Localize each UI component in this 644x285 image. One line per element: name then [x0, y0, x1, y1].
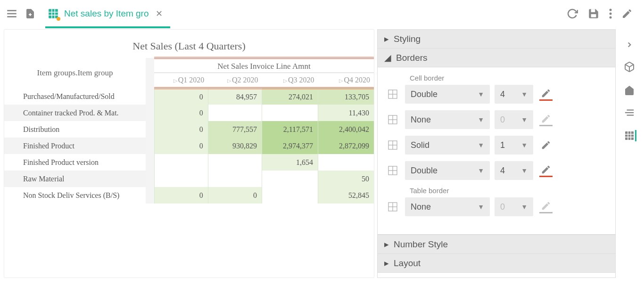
data-cell[interactable]	[154, 154, 208, 171]
svg-rect-8	[591, 9, 595, 12]
border-color-btn	[538, 201, 554, 213]
row-label[interactable]: Purchased/Manufactured/Sold	[4, 88, 146, 105]
border-side-icon[interactable]	[387, 114, 400, 125]
save-icon[interactable]	[587, 8, 600, 20]
border-color-btn[interactable]	[538, 140, 554, 150]
border-side-icon[interactable]	[387, 139, 400, 151]
border-row: None▼0▼	[387, 197, 606, 216]
data-cell[interactable]: 777,557	[208, 121, 262, 138]
caret-down-icon: ◢	[384, 52, 391, 63]
row-label[interactable]: Container tracked Prod. & Mat.	[4, 105, 146, 121]
data-cell[interactable]: 1,654	[262, 154, 318, 171]
grid-icon[interactable]	[622, 130, 636, 141]
borders-body: Cell border Double▼4▼None▼0▼Solid▼1▼Doub…	[377, 67, 616, 235]
table-icon	[47, 8, 59, 20]
new-file-icon[interactable]	[25, 7, 36, 20]
data-cell[interactable]: 0	[154, 121, 208, 138]
border-color-btn[interactable]	[538, 164, 554, 177]
data-cell[interactable]: 52,845	[318, 187, 374, 204]
accordion-number-style[interactable]: ▸ Number Style	[377, 235, 616, 254]
data-cell[interactable]: 11,430	[318, 105, 374, 121]
col-group-label: Net Sales Invoice Line Amnt	[154, 58, 374, 73]
tab-title: Net sales by Item gro	[64, 8, 149, 19]
svg-rect-9	[591, 14, 596, 17]
row-label[interactable]: Finished Product version	[4, 154, 146, 171]
row-label[interactable]: Distribution	[4, 121, 146, 138]
hamburger-icon[interactable]	[6, 8, 18, 20]
svg-point-12	[610, 16, 612, 19]
data-cell[interactable]: 0	[154, 138, 208, 154]
data-cell[interactable]	[318, 154, 374, 171]
right-rail	[619, 29, 640, 278]
quarter-header[interactable]: ▷Q2 2020	[208, 73, 262, 89]
cube-icon[interactable]	[624, 61, 635, 73]
data-cell[interactable]	[154, 171, 208, 187]
chevron-right-icon[interactable]	[625, 41, 634, 49]
edit-icon[interactable]	[621, 8, 633, 19]
data-cell[interactable]	[208, 154, 262, 171]
border-size-select: 0▼	[495, 197, 533, 216]
close-tab-icon[interactable]: ✕	[154, 8, 165, 19]
data-cell[interactable]: 274,021	[262, 88, 318, 105]
paragraph-icon[interactable]	[624, 108, 635, 118]
border-color-btn[interactable]	[538, 88, 554, 101]
svg-rect-32	[625, 131, 634, 140]
caret-right-icon: ▸	[384, 239, 389, 250]
more-icon[interactable]	[609, 8, 612, 19]
svg-rect-3	[49, 9, 58, 18]
data-cell[interactable]: 930,829	[208, 138, 262, 154]
border-style-select[interactable]: Double▼	[405, 85, 490, 104]
border-row: Double▼4▼	[387, 85, 606, 104]
border-style-select[interactable]: Solid▼	[405, 136, 490, 155]
row-label[interactable]: Non Stock Deliv Services (B/S)	[4, 187, 146, 204]
border-row: Solid▼1▼	[387, 136, 606, 155]
quarter-header[interactable]: ▷Q4 2020	[318, 73, 374, 89]
border-style-select[interactable]: None▼	[405, 197, 490, 216]
accordion-layout[interactable]: ▸ Layout	[377, 254, 616, 273]
border-style-select[interactable]: Double▼	[405, 161, 490, 180]
data-cell[interactable]: 2,974,377	[262, 138, 318, 154]
border-size-select[interactable]: 4▼	[495, 85, 533, 104]
home-icon[interactable]	[624, 85, 635, 96]
document-tab[interactable]: Net sales by Item gro ✕	[45, 1, 170, 28]
quarter-header[interactable]: ▷Q1 2020	[154, 73, 208, 89]
data-cell[interactable]: 0	[154, 88, 208, 105]
data-cell[interactable]	[262, 171, 318, 187]
data-cell[interactable]: 0	[208, 187, 262, 204]
table-title: Net Sales (Last 4 Quarters)	[4, 30, 374, 57]
border-side-icon[interactable]	[387, 201, 400, 212]
data-cell[interactable]: 0	[154, 105, 208, 121]
data-cell[interactable]: 2,400,042	[318, 121, 374, 138]
border-side-icon[interactable]	[387, 89, 400, 100]
data-cell[interactable]: 2,117,571	[262, 121, 318, 138]
refresh-icon[interactable]	[567, 8, 578, 19]
border-color-btn	[538, 114, 554, 126]
border-style-select[interactable]: None▼	[405, 110, 490, 129]
row-axis-label: Item groups.Item group	[4, 58, 146, 88]
quarter-header[interactable]: ▷Q3 2020	[262, 73, 318, 89]
row-label[interactable]: Raw Material	[4, 171, 146, 187]
border-side-icon[interactable]	[387, 165, 400, 176]
border-row: Double▼4▼	[387, 161, 606, 180]
border-size-select[interactable]: 4▼	[495, 161, 533, 180]
style-panel: ▸ Styling ◢ Borders Cell border Double▼4…	[377, 29, 616, 278]
data-cell[interactable]	[262, 187, 318, 204]
border-size-select[interactable]: 1▼	[495, 136, 533, 155]
data-cell[interactable]	[208, 171, 262, 187]
data-cell[interactable]	[208, 105, 262, 121]
row-label[interactable]: Finished Product	[4, 138, 146, 154]
topbar: Net sales by Item gro ✕	[0, 0, 644, 27]
accordion-borders[interactable]: ◢ Borders	[377, 49, 616, 67]
accordion-styling[interactable]: ▸ Styling	[377, 29, 616, 49]
border-size-select: 0▼	[495, 110, 533, 129]
caret-right-icon: ▸	[384, 33, 389, 44]
data-cell[interactable]: 84,957	[208, 88, 262, 105]
svg-point-11	[610, 13, 612, 15]
data-cell[interactable]: 133,705	[318, 88, 374, 105]
data-cell[interactable]: 2,872,099	[318, 138, 374, 154]
data-cell[interactable]	[262, 105, 318, 121]
caret-right-icon: ▸	[384, 258, 389, 269]
data-cell[interactable]: 50	[318, 171, 374, 187]
data-cell[interactable]: 0	[154, 187, 208, 204]
svg-point-10	[610, 9, 612, 11]
